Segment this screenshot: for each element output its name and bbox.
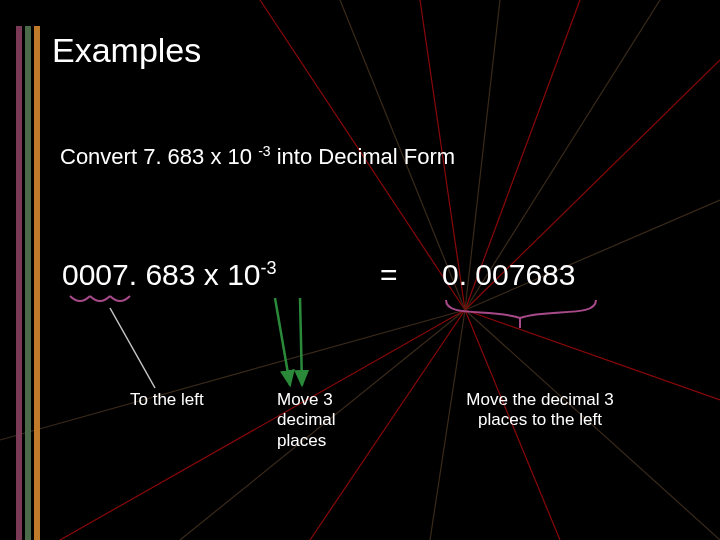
annotation-move-3: Move 3 decimal places <box>277 390 357 451</box>
expr-left-exponent: -3 <box>261 258 277 278</box>
title-bar: Examples <box>0 20 720 80</box>
slide-title: Examples <box>52 31 201 70</box>
svg-line-15 <box>0 310 465 440</box>
equals-sign: = <box>380 258 398 292</box>
subtitle: Convert 7. 683 x 10 -3 into Decimal Form <box>60 143 455 170</box>
expression-right: 0. 007683 <box>442 258 575 292</box>
svg-line-8 <box>465 310 720 400</box>
title-stripe-icon <box>0 26 44 74</box>
svg-line-18 <box>300 298 302 385</box>
annotation-to-the-left: To the left <box>130 390 204 410</box>
subtitle-prefix: Convert 7. 683 x 10 <box>60 144 258 169</box>
expr-left-base: 0007. 683 x 10 <box>62 258 261 291</box>
subtitle-exponent: -3 <box>258 143 270 159</box>
sidebar-stripe-icon <box>16 68 40 540</box>
annotation-move-decimal: Move the decimal 3 places to the left <box>455 390 625 431</box>
svg-line-16 <box>110 308 155 388</box>
subtitle-suffix: into Decimal Form <box>271 144 456 169</box>
expression-left: 0007. 683 x 10-3 <box>62 258 277 292</box>
svg-line-14 <box>60 310 465 540</box>
svg-line-17 <box>275 298 290 385</box>
svg-line-7 <box>465 200 720 310</box>
